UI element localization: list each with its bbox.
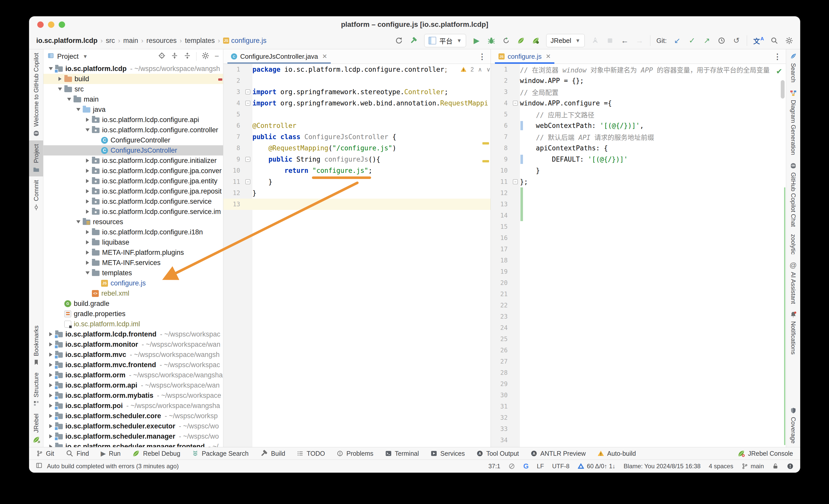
stripe-item-diagram-generation[interactable]: Diagram Generation (786, 86, 800, 158)
back-button[interactable]: ← (620, 35, 629, 46)
settings-button[interactable] (785, 35, 794, 46)
toolwindow-jrebel-console[interactable]: JRebel Console (737, 449, 793, 457)
tree-item-build.gradle[interactable]: Gbuild.gradle (43, 298, 223, 309)
chevron-expanded-icon[interactable] (74, 108, 83, 111)
code-line-13[interactable]: 13 (491, 199, 786, 210)
toolwindow-build[interactable]: Build (260, 449, 285, 457)
zoom-button[interactable] (59, 22, 65, 28)
code-line-27[interactable]: 27 (491, 356, 786, 367)
toolwindow-git[interactable]: Git (36, 450, 54, 457)
toolwindow-problems[interactable]: Problems (337, 450, 373, 457)
tree-item-build[interactable]: build (43, 74, 223, 84)
chevron-collapsed-icon[interactable] (83, 261, 92, 265)
tree-item-io.sc.platform.scheduler.manager[interactable]: io.sc.platform.scheduler.manager- ~/wsps… (43, 431, 223, 441)
tree-item-configure.js[interactable]: JSconfigure.js (43, 278, 223, 288)
code-line-28[interactable]: 28 (491, 367, 786, 379)
breadcrumb-item[interactable]: resources (146, 37, 177, 45)
code-line-14[interactable]: 14 (491, 210, 786, 221)
code-line-17[interactable]: 17 (491, 244, 786, 255)
code-line-31[interactable]: 31 (491, 401, 786, 412)
tree-item-io.sc.platform.lcdp.configure.controller[interactable]: io.sc.platform.lcdp.configure.controller (43, 125, 223, 135)
code-line-16[interactable]: 16 (491, 232, 786, 244)
tree-item-io.sc.platform.lcdp.frontend[interactable]: io.sc.platform.lcdp.frontend- ~/wspsc/wo… (43, 329, 223, 339)
toolwindow-auto-build[interactable]: Auto-build (598, 450, 636, 457)
jrebel-run-button[interactable] (516, 35, 525, 46)
toolwindow-services[interactable]: Services (431, 450, 465, 457)
code-line-11[interactable]: 11− } (223, 176, 491, 187)
code-line-5[interactable]: 5 // 应用上下文路径 (491, 109, 786, 120)
breadcrumb-item[interactable]: templates (184, 37, 215, 45)
chevron-collapsed-icon[interactable] (83, 169, 92, 173)
status-git-branch[interactable]: main (742, 463, 764, 470)
tree-item-io.sc.platform.mvc.frontend[interactable]: io.sc.platform.mvc.frontend- ~/wspsc/wor… (43, 360, 223, 370)
code-line-9[interactable]: 9 DEFAULT: '[(@{/})]' (491, 154, 786, 165)
tree-item-io.sc.platform.lcdp.configure.api[interactable]: io.sc.platform.lcdp.configure.api (43, 115, 223, 125)
tree-item-resources[interactable]: resources (43, 217, 223, 227)
editor-code-area[interactable]: 1package io.sc.platform.lcdp.configure.c… (223, 64, 491, 447)
code-line-15[interactable]: 15 (491, 221, 786, 232)
tree-item-io.sc.platform.lcdp.configure.jpa.conver[interactable]: io.sc.platform.lcdp.configure.jpa.conver (43, 166, 223, 176)
layout-icon[interactable] (36, 462, 42, 470)
chevron-collapsed-icon[interactable] (46, 434, 55, 438)
code-line-22[interactable]: 22 (491, 300, 786, 311)
tree-item-gradle.properties[interactable]: gradle.properties (43, 309, 223, 319)
chevron-expanded-icon[interactable] (56, 87, 64, 91)
git-update-button[interactable]: ↙ (673, 35, 682, 46)
chevron-collapsed-icon[interactable] (83, 210, 92, 214)
hide-panel-button[interactable]: − (214, 52, 219, 61)
status-sync-status[interactable]: 60 Δ/0↑ 1↓ (578, 463, 615, 470)
minimize-button[interactable] (48, 22, 55, 28)
status-blame[interactable]: Blame: You 2024/8/15 16:38 (623, 463, 700, 470)
status-caret-position[interactable]: 37:1 (488, 463, 500, 470)
jrebel-debug-button[interactable] (531, 35, 540, 46)
stripe-item-zoolytic[interactable]: zoolytic (786, 230, 800, 258)
code-line-2[interactable]: 2 (223, 75, 491, 86)
translate-button[interactable]: 文A (753, 35, 764, 46)
code-line-1[interactable]: 1// 在浏览器 window 对象中新建名为 APP 的容器变量，用于存放平台… (491, 64, 786, 75)
chevron-collapsed-icon[interactable] (46, 424, 55, 428)
close-tab-icon[interactable]: ✕ (322, 53, 327, 60)
git-push-button[interactable]: ↗ (702, 35, 711, 46)
options-button[interactable] (202, 52, 209, 61)
inspection-widget[interactable]: 2∧∨ (461, 66, 491, 73)
code-line-10[interactable]: 10 } (491, 165, 786, 176)
tree-item-io.sc.platform.scheduler.executor[interactable]: io.sc.platform.scheduler.executor- ~/wsp… (43, 421, 223, 431)
chevron-collapsed-icon[interactable] (46, 363, 55, 367)
stripe-item-structure[interactable]: Structure (29, 369, 43, 410)
code-line-12[interactable]: 12} (223, 187, 491, 199)
code-line-11[interactable]: 11−}; (491, 176, 786, 187)
tree-item-templates[interactable]: templates (43, 268, 223, 278)
code-line-10[interactable]: 10 return "configure.js"; (223, 165, 491, 176)
toolwindow-tool-output[interactable]: ATool Output (476, 450, 519, 457)
build-project-button[interactable] (409, 35, 418, 46)
code-line-33[interactable]: 33 (491, 423, 786, 435)
chevron-expanded-icon[interactable] (65, 98, 73, 101)
tree-item-io.sc.platform.monitor[interactable]: io.sc.platform.monitor- ~/wspsc/workspac… (43, 339, 223, 350)
tree-item-io.sc.platform.mvc[interactable]: io.sc.platform.mvc- ~/wspsc/workspace/wa… (43, 350, 223, 360)
code-line-9[interactable]: 9− public String configureJs(){ (223, 154, 491, 165)
breadcrumb-item[interactable]: src (105, 37, 115, 45)
chevron-down-icon[interactable]: ▼ (83, 53, 88, 60)
inspections-ok-icon[interactable]: ✔ (777, 66, 782, 75)
code-line-29[interactable]: 29 (491, 379, 786, 390)
status-indent[interactable]: 4 spaces (709, 463, 733, 470)
tree-item-ConfigureJsController[interactable]: CConfigureJsController (43, 145, 223, 155)
code-line-12[interactable]: 12 (491, 187, 786, 199)
tree-item-META-INF.services[interactable]: META-INF.services (43, 258, 223, 268)
stripe-item-search[interactable]: Search (786, 49, 800, 86)
tree-item-liquibase[interactable]: liquibase (43, 237, 223, 247)
tree-item-io.sc.platform.poi[interactable]: io.sc.platform.poi- ~/wspsc/workspace/wa… (43, 401, 223, 411)
code-line-3[interactable]: 3−import org.springframework.stereotype.… (223, 86, 491, 98)
status-google[interactable]: G (523, 462, 529, 470)
fold-marker-icon[interactable]: − (243, 101, 252, 106)
breadcrumb-file[interactable]: JSconfigure.js (223, 37, 267, 45)
stripe-item-project[interactable]: Project (29, 140, 43, 176)
toolwindow-package-search[interactable]: Package Search (192, 450, 248, 457)
editor-options-icon[interactable]: ⋮ (478, 52, 486, 61)
code-line-6[interactable]: 6@Controller (223, 120, 491, 131)
code-line-25[interactable]: 25 (491, 333, 786, 345)
chevron-collapsed-icon[interactable] (46, 393, 55, 398)
tree-item-io.sc.platform.lcdp.configure.jpa.reposit[interactable]: io.sc.platform.lcdp.configure.jpa.reposi… (43, 186, 223, 196)
fold-marker-icon[interactable]: − (243, 179, 252, 184)
code-line-4[interactable]: 4−window.APP.configure ={ (491, 98, 786, 109)
